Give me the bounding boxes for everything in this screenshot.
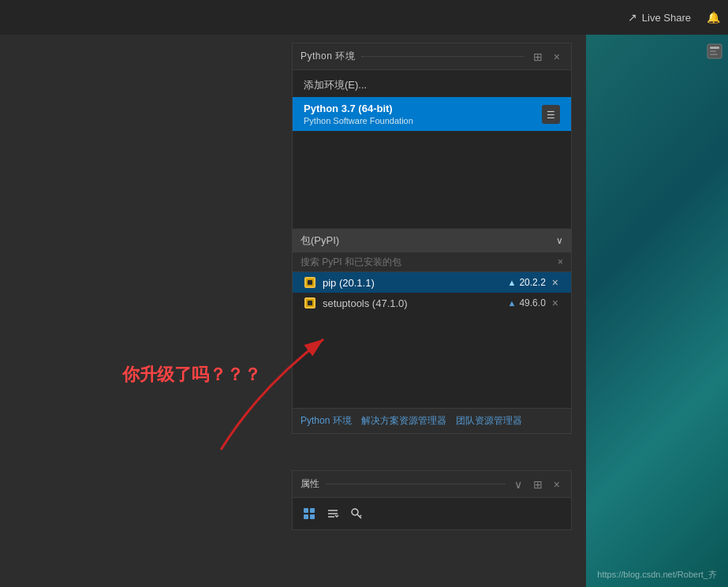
properties-panel: 属性 ∨ ⊞ × <box>292 470 572 530</box>
right-panel-icon <box>706 43 723 63</box>
dropdown-label: 包(PyPI) <box>301 234 339 248</box>
props-close-button[interactable]: × <box>551 477 563 492</box>
setuptools-icon <box>304 297 316 309</box>
svg-rect-5 <box>310 508 315 513</box>
svg-point-11 <box>352 509 358 515</box>
live-share-label: Live Share <box>642 12 691 24</box>
selected-env-item[interactable]: Python 3.7 (64-bit) Python Software Foun… <box>293 97 571 131</box>
search-input[interactable] <box>301 256 558 267</box>
props-category-icon[interactable] <box>301 505 318 522</box>
env-item-left: Python 3.7 (64-bit) Python Software Foun… <box>304 103 413 125</box>
panel-title: Python 环境 <box>301 50 355 63</box>
pip-remove-button[interactable]: × <box>551 276 560 289</box>
add-environment-item[interactable]: 添加环境(E)... <box>293 73 571 97</box>
tab-python-env[interactable]: Python 环境 <box>301 412 352 430</box>
props-dotted-sep <box>326 484 505 484</box>
python-env-panel: Python 环境 ⊞ × 添加环境(E)... Python 3.7 (64-… <box>292 43 572 434</box>
svg-line-13 <box>360 515 361 517</box>
pip-version: ▲ 20.2.2 <box>508 277 546 288</box>
search-clear-icon[interactable]: × <box>558 256 563 267</box>
live-share-icon: ↗ <box>628 11 637 24</box>
env-grid-icon: ☰ <box>547 110 555 121</box>
svg-rect-4 <box>304 508 308 513</box>
packages-dropdown[interactable]: 包(PyPI) ∨ <box>293 228 571 252</box>
props-pin-button[interactable]: ⊞ <box>530 477 546 492</box>
svg-rect-3 <box>710 54 718 55</box>
props-body <box>293 498 571 529</box>
props-key-icon[interactable] <box>348 505 365 522</box>
setuptools-remove-button[interactable]: × <box>551 297 560 309</box>
pkg-left-pip: pip (20.1.1) <box>304 276 375 289</box>
close-button[interactable]: × <box>551 49 563 65</box>
setuptools-right: ▲ 49.6.0 × <box>508 297 560 309</box>
props-sort-icon[interactable] <box>324 505 342 522</box>
setuptools-upgrade-icon: ▲ <box>508 298 517 308</box>
pip-name: pip (20.1.1) <box>323 277 375 289</box>
props-chevron[interactable]: ∨ <box>511 477 525 492</box>
package-list: pip (20.1.1) ▲ 20.2.2 × setuptools (47.1… <box>293 272 571 313</box>
pip-upgrade-icon: ▲ <box>508 278 517 287</box>
svg-rect-6 <box>304 514 308 519</box>
pip-icon <box>304 276 316 289</box>
env-sub: Python Software Foundation <box>304 116 413 125</box>
pin-button[interactable]: ⊞ <box>530 49 546 65</box>
watermark: https://blog.csdn.net/Robert_齐 <box>597 569 717 581</box>
package-item-pip[interactable]: pip (20.1.1) ▲ 20.2.2 × <box>293 272 571 293</box>
notification-icon[interactable]: 🔔 <box>707 11 720 24</box>
tab-team-explorer[interactable]: 团队资源管理器 <box>456 412 522 430</box>
svg-rect-2 <box>710 50 716 52</box>
panel-bottom-spacer <box>293 313 571 408</box>
props-title: 属性 <box>301 477 319 491</box>
live-share-button[interactable]: ↗ Live Share <box>622 8 697 27</box>
setuptools-name: setuptools (47.1.0) <box>323 297 408 309</box>
setuptools-version: ▲ 49.6.0 <box>508 297 546 308</box>
props-actions: ∨ ⊞ × <box>511 477 563 492</box>
tab-solution-explorer[interactable]: 解决方案资源管理器 <box>361 412 446 430</box>
svg-rect-1 <box>710 47 719 49</box>
search-row: × <box>293 252 571 272</box>
background-teal <box>586 0 728 587</box>
env-name: Python 3.7 (64-bit) <box>304 103 413 114</box>
dotted-separator <box>361 56 524 57</box>
top-bar: ↗ Live Share 🔔 <box>0 0 728 35</box>
env-list-spacer <box>293 131 571 210</box>
panel-actions: ⊞ × <box>530 49 563 65</box>
panel-body: 添加环境(E)... Python 3.7 (64-bit) Python So… <box>293 70 571 228</box>
pkg-left-setuptools: setuptools (47.1.0) <box>304 297 408 309</box>
dropdown-chevron-icon: ∨ <box>556 235 563 246</box>
props-header: 属性 ∨ ⊞ × <box>293 471 571 498</box>
panel-header: Python 环境 ⊞ × <box>293 43 571 70</box>
env-item-action-icon[interactable]: ☰ <box>542 105 560 124</box>
package-item-setuptools[interactable]: setuptools (47.1.0) ▲ 49.6.0 × <box>293 293 571 313</box>
annotation-text: 你升级了吗？？？ <box>122 363 261 387</box>
tab-bar: Python 环境 解决方案资源管理器 团队资源管理器 <box>293 408 571 433</box>
svg-rect-7 <box>310 514 315 519</box>
pip-right: ▲ 20.2.2 × <box>508 276 560 289</box>
